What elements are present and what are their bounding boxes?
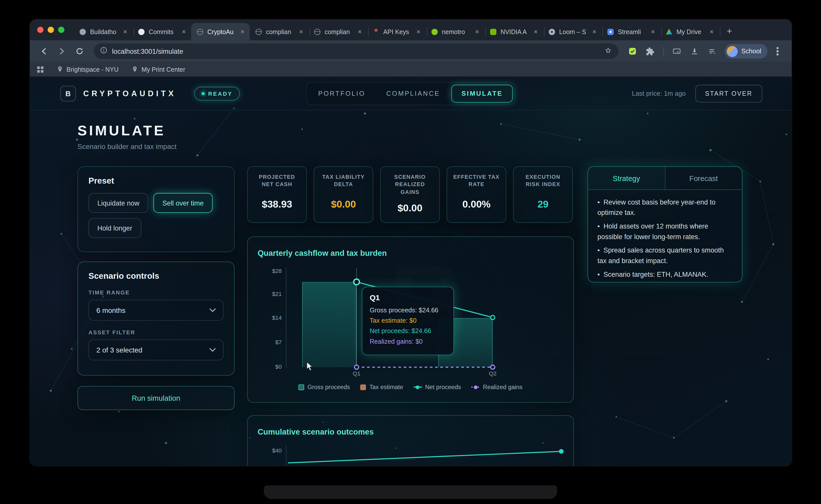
- toolbar-divider: [663, 46, 664, 56]
- kpi-label: SCENARIO REALIZED GAINS: [381, 174, 439, 196]
- preset-hold-longer-button[interactable]: Hold longer: [88, 218, 141, 238]
- bookmark-brightspace[interactable]: Brightspace - NYU: [57, 66, 118, 73]
- tab-cryptoauditx[interactable]: CryptoAu ×: [191, 23, 250, 40]
- forward-icon[interactable]: [54, 43, 69, 59]
- globe-favicon: [196, 28, 204, 35]
- scenario-controls-title: Scenario controls: [88, 271, 224, 281]
- tab-label: complian: [325, 28, 353, 35]
- tab-my-drive[interactable]: My Drive ×: [660, 23, 719, 40]
- asset-filter-value: 2 of 3 selected: [96, 346, 142, 354]
- back-icon[interactable]: [36, 43, 52, 59]
- tab-strip: Buildatho × Commits × CryptoAu × complia…: [30, 19, 792, 40]
- asset-filter-label: ASSET FILTER: [88, 329, 224, 335]
- menu-kebab-icon[interactable]: [770, 43, 785, 59]
- page-title: SIMULATE: [78, 123, 177, 139]
- status-label: READY: [208, 90, 233, 96]
- cumulative-outcomes-chart[interactable]: Cumulative scenario outcomes $40: [247, 415, 574, 466]
- tab-commits[interactable]: Commits ×: [132, 23, 191, 40]
- tab-label: API Keys: [383, 28, 412, 35]
- tab-streamlit[interactable]: Streamli ×: [601, 23, 660, 40]
- y-axis-line: [286, 267, 286, 368]
- kpi-execution-risk-index: EXECUTION RISK INDEX 29: [513, 166, 573, 223]
- tooltip-net: Net proceeds: $24.66: [370, 327, 446, 335]
- zoom-window-button[interactable]: [58, 27, 64, 33]
- time-range-select[interactable]: 6 months: [88, 300, 224, 321]
- reload-icon[interactable]: [72, 43, 87, 59]
- preset-sell-over-time-button[interactable]: Sell over time: [153, 193, 213, 213]
- new-tab-button[interactable]: +: [722, 24, 737, 39]
- tab-close-icon[interactable]: ×: [181, 28, 187, 36]
- tab-close-icon[interactable]: ×: [650, 28, 656, 36]
- tab-forecast[interactable]: Forecast: [665, 167, 742, 189]
- run-simulation-button[interactable]: Run simulation: [78, 386, 235, 410]
- status-dot-icon: [201, 92, 204, 95]
- site-info-icon[interactable]: [100, 46, 107, 56]
- kpi-label: EXECUTION RISK INDEX: [514, 174, 572, 189]
- y-tick: $40: [248, 447, 282, 453]
- extensions-puzzle-icon[interactable]: [642, 43, 658, 59]
- tab-compliance-1[interactable]: complian ×: [250, 23, 308, 40]
- tab-strategy[interactable]: Strategy: [588, 167, 665, 189]
- tab-close-icon[interactable]: ×: [591, 28, 597, 36]
- laptop-bezel: [264, 485, 557, 499]
- tab-loom[interactable]: Loom – S ×: [543, 23, 601, 40]
- last-price-label: Last price: 1m ago: [632, 90, 686, 97]
- kpi-projected-net-cash: PROJECTED NET CASH $38.93: [247, 166, 307, 223]
- tab-close-icon[interactable]: ×: [240, 28, 246, 36]
- url-text[interactable]: localhost:3001/simulate: [112, 47, 599, 55]
- tab-nvidia[interactable]: NVIDIA A ×: [484, 23, 543, 40]
- tab-api-keys[interactable]: * API Keys ×: [367, 23, 426, 40]
- asset-filter-select[interactable]: 2 of 3 selected: [88, 339, 224, 360]
- preset-liquidate-now-button[interactable]: Liquidate now: [88, 193, 148, 213]
- tooltip-gross: Gross proceeds: $24.66: [370, 307, 446, 314]
- legend-tax-estimate: Tax estimate: [360, 384, 403, 390]
- y-tick: $7: [248, 339, 282, 345]
- reading-list-icon[interactable]: [705, 43, 720, 59]
- bar-gross-q1[interactable]: [302, 282, 356, 367]
- tab-close-icon[interactable]: ×: [415, 28, 421, 36]
- tab-label: My Drive: [677, 28, 705, 35]
- status-badge: READY: [194, 87, 240, 100]
- nav-portfolio[interactable]: PORTFOLIO: [309, 85, 375, 102]
- nav-simulate[interactable]: SIMULATE: [451, 85, 513, 102]
- chart-lines: [248, 416, 574, 466]
- tab-close-icon[interactable]: ×: [122, 28, 128, 36]
- close-window-button[interactable]: [37, 27, 43, 33]
- avatar: [727, 46, 738, 57]
- tab-buildathon[interactable]: Buildatho ×: [74, 23, 132, 40]
- page-subtitle: Scenario builder and tax impact: [78, 143, 177, 150]
- time-range-value: 6 months: [96, 306, 125, 314]
- tab-close-icon[interactable]: ×: [474, 28, 480, 36]
- kpi-tax-liability-delta: TAX LIABILITY DELTA $0.00: [314, 166, 373, 223]
- profile-chip[interactable]: School: [725, 44, 767, 59]
- bookmark-my-print-center[interactable]: My Print Center: [132, 66, 185, 73]
- tab-close-icon[interactable]: ×: [709, 28, 715, 36]
- address-bar[interactable]: localhost:3001/simulate: [94, 43, 618, 59]
- tooltip-tax: Tax estimate: $0: [370, 317, 446, 324]
- tab-close-icon[interactable]: ×: [298, 28, 304, 36]
- nav-compliance[interactable]: COMPLIANCE: [377, 85, 449, 102]
- kpi-row: PROJECTED NET CASH $38.93 TAX LIABILITY …: [247, 166, 574, 223]
- app-nav: PORTFOLIO COMPLIANCE SIMULATE: [306, 82, 515, 105]
- tab-label: nemotro: [442, 28, 470, 35]
- tab-nemotron[interactable]: nemotro ×: [426, 23, 484, 40]
- tab-compliance-2[interactable]: complian ×: [308, 23, 367, 40]
- y-tick: $0: [248, 364, 282, 370]
- brand-name: CRYPTOAUDITX: [83, 89, 176, 98]
- preset-card: Preset Liquidate now Sell over time Hold…: [78, 166, 235, 252]
- tab-close-icon[interactable]: ×: [532, 28, 539, 36]
- downloads-icon[interactable]: [687, 43, 703, 59]
- quarterly-cashflow-chart[interactable]: Quarterly cashflow and tax burden $28 $2…: [247, 236, 574, 403]
- apps-grid-icon[interactable]: [37, 66, 43, 72]
- tab-capture-icon[interactable]: [669, 43, 685, 59]
- extension-icon[interactable]: [625, 43, 640, 59]
- bookmark-star-icon[interactable]: [604, 46, 612, 56]
- loom-favicon: [548, 28, 555, 35]
- kpi-scenario-realized-gains: SCENARIO REALIZED GAINS $0.00: [380, 166, 440, 223]
- mouse-cursor: [306, 361, 315, 372]
- chevron-down-icon: [210, 348, 216, 352]
- minimize-window-button[interactable]: [47, 27, 54, 33]
- tab-close-icon[interactable]: ×: [357, 28, 363, 36]
- start-over-button[interactable]: START OVER: [695, 85, 762, 102]
- right-column: Strategy Forecast •Review cost basis bef…: [587, 166, 742, 283]
